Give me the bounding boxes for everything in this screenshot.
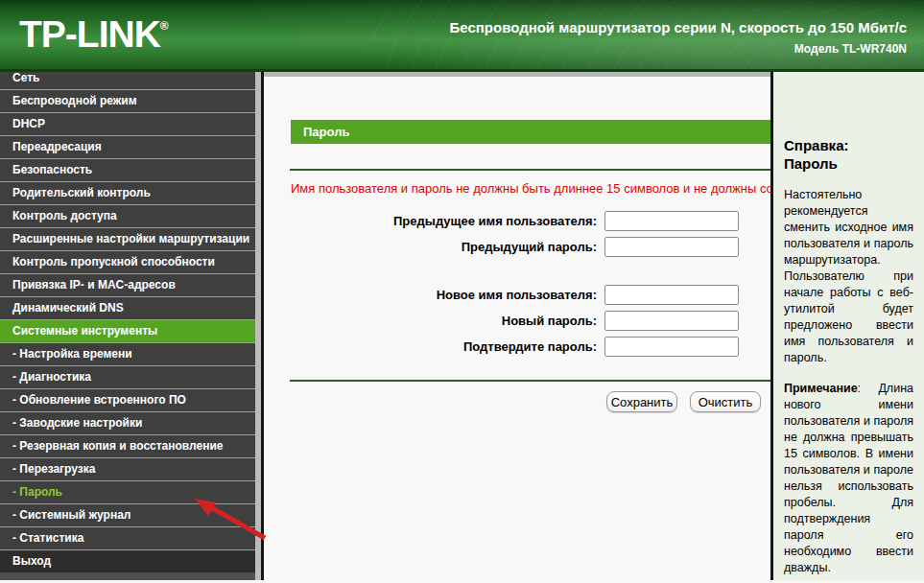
form-row: Новый пароль: — [264, 308, 770, 334]
sidebar-item-forwarding[interactable]: Переадресация — [0, 135, 255, 158]
router-model: Модель TL-WR740N — [449, 42, 907, 56]
password-form: Предыдущее имя пользователя:Предыдущий п… — [264, 208, 770, 360]
form-row: Новое имя пользователя: — [264, 282, 770, 308]
help-panel: Справка: Пароль Настоятельно рекомендует… — [770, 72, 924, 580]
sidebar-item-firmware-upgrade[interactable]: - Обновление встроенного ПО — [0, 388, 255, 411]
old-password-input[interactable] — [604, 237, 739, 257]
divider-bottom — [290, 380, 770, 382]
page-title: Пароль — [291, 120, 770, 144]
sidebar-item-wireless[interactable]: Беспроводной режим — [0, 89, 255, 112]
new-username-label: Новое имя пользователя: — [264, 288, 597, 302]
help-heading-line1: Справка: — [784, 136, 913, 154]
content-top-strip — [264, 72, 770, 77]
new-password-label: Новый пароль: — [264, 314, 597, 328]
form-row: Предыдущий пароль: — [264, 234, 770, 260]
password-warning-text: Имя пользователя и пароль не должны быть… — [291, 181, 770, 196]
sidebar-scrollbar[interactable] — [255, 72, 264, 580]
help-heading: Справка: Пароль — [784, 136, 913, 173]
help-content: Справка: Пароль Настоятельно рекомендует… — [773, 136, 924, 580]
button-row: Сохранить Очистить — [264, 391, 761, 412]
old-username-input[interactable] — [604, 211, 739, 231]
sidebar-item-dynamic-dns[interactable]: Динамический DNS — [0, 296, 255, 319]
confirm-password-input[interactable] — [604, 337, 739, 357]
sidebar-item-advanced-routing[interactable]: Расширенные настройки маршрутизации — [0, 227, 255, 250]
old-password-label: Предыдущий пароль: — [264, 240, 597, 254]
sidebar-item-password[interactable]: - Пароль — [0, 480, 255, 503]
clear-button[interactable]: Очистить — [690, 391, 761, 412]
help-paragraph-1: Настоятельно рекомендуется сменить исход… — [784, 187, 913, 366]
divider-top — [290, 169, 770, 171]
form-row: Подтвердите пароль: — [264, 334, 770, 360]
old-username-label: Предыдущее имя пользователя: — [264, 214, 597, 228]
main-content: Пароль Имя пользователя и пароль не долж… — [264, 72, 770, 580]
tplink-logo: TP-LINK® — [19, 13, 168, 56]
sidebar-item-ip-mac-binding[interactable]: Привязка IP- и MAC-адресов — [0, 273, 255, 296]
sidebar-item-time-settings[interactable]: - Настройка времени — [0, 342, 255, 365]
sidebar-item-system-log[interactable]: - Системный журнал — [0, 503, 255, 526]
sidebar-item-parental-control[interactable]: Родительский контроль — [0, 181, 255, 204]
confirm-password-label: Подтвердите пароль: — [264, 339, 597, 354]
sidebar-item-backup-restore[interactable]: - Резервная копия и восстановление — [0, 434, 255, 457]
sidebar: СетьБеспроводной режимDHCPПереадресацияБ… — [0, 72, 255, 580]
sidebar-menu: СетьБеспроводной режимDHCPПереадресацияБ… — [0, 72, 255, 572]
sidebar-item-statistics[interactable]: - Статистика — [0, 526, 255, 549]
sidebar-item-logout[interactable]: Выход — [0, 549, 255, 572]
sidebar-item-reboot[interactable]: - Перезагрузка — [0, 457, 255, 480]
sidebar-item-factory-defaults[interactable]: - Заводские настройки — [0, 411, 255, 434]
help-paragraph-note: Примечание: Длина нового имени пользоват… — [784, 381, 913, 576]
registered-mark: ® — [160, 19, 168, 33]
help-note-label: Примечание — [784, 382, 858, 395]
new-username-input[interactable] — [604, 285, 739, 305]
header-right: Беспроводной маршрутизатор серии N, скор… — [449, 19, 907, 56]
form-group-gap — [264, 260, 770, 282]
save-button[interactable]: Сохранить — [606, 391, 677, 412]
body: СетьБеспроводной режимDHCPПереадресацияБ… — [0, 72, 924, 580]
help-note-text: : Длина нового имени пользователя и паро… — [784, 382, 913, 574]
help-heading-line2: Пароль — [784, 154, 913, 173]
header: TP-LINK® Беспроводной маршрутизатор сери… — [0, 0, 924, 72]
router-admin-window: TP-LINK® Беспроводной маршрутизатор сери… — [0, 0, 924, 583]
sidebar-item-dhcp[interactable]: DHCP — [0, 112, 255, 135]
sidebar-item-system-tools[interactable]: Системные инструменты — [0, 319, 255, 342]
new-password-input[interactable] — [604, 311, 739, 331]
sidebar-item-security[interactable]: Безопасность — [0, 158, 255, 181]
sidebar-item-access-control[interactable]: Контроль доступа — [0, 204, 255, 227]
sidebar-item-network[interactable]: Сеть — [0, 72, 255, 89]
sidebar-item-diagnostics[interactable]: - Диагностика — [0, 365, 255, 388]
form-row: Предыдущее имя пользователя: — [264, 208, 770, 234]
sidebar-item-bandwidth-control[interactable]: Контроль пропускной способности — [0, 250, 255, 273]
router-description: Беспроводной маршрутизатор серии N, скор… — [449, 19, 907, 35]
